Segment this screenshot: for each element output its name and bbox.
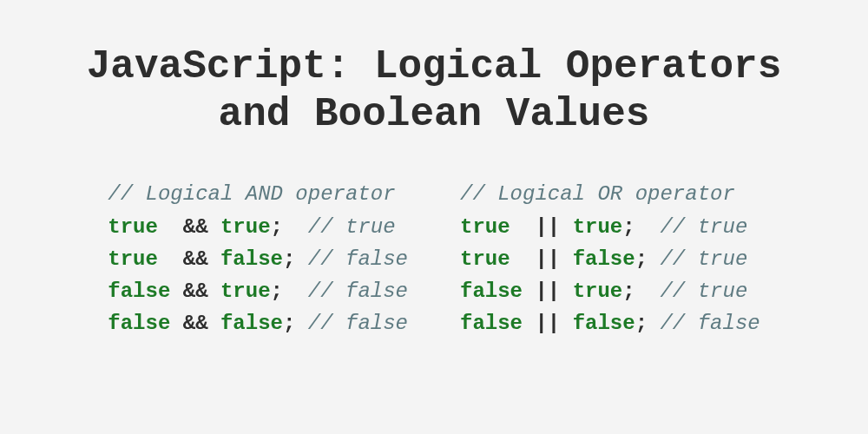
result-comment: // false <box>660 312 760 335</box>
result-comment: // true <box>660 215 747 239</box>
bool-literal: true <box>220 215 271 239</box>
bool-literal: false <box>460 312 523 335</box>
title-line-2: and Boolean Values <box>219 92 650 137</box>
or-operator: || <box>535 312 560 335</box>
bool-literal: true <box>573 215 623 239</box>
bool-literal: false <box>573 312 635 335</box>
bool-literal: false <box>220 247 283 271</box>
title-line-1: JavaScript: Logical Operators <box>87 44 782 89</box>
semicolon: ; <box>622 279 660 303</box>
and-operator: && <box>183 247 208 271</box>
semicolon: ; <box>283 312 308 335</box>
bool-literal: false <box>220 312 283 335</box>
semicolon: ; <box>271 279 308 303</box>
bool-literal: true <box>220 279 271 303</box>
or-operator: || <box>535 215 560 239</box>
or-operator: || <box>535 247 560 271</box>
code-block-or: // Logical OR operator true || true; // … <box>460 178 760 339</box>
bool-literal: false <box>108 312 170 335</box>
or-header-comment: // Logical OR operator <box>460 182 735 206</box>
semicolon: ; <box>635 312 661 335</box>
and-operator: && <box>183 215 208 239</box>
bool-literal: false <box>573 247 635 271</box>
and-operator: && <box>183 312 208 335</box>
result-comment: // true <box>308 215 396 239</box>
result-comment: // true <box>660 279 747 303</box>
code-block-and: // Logical AND operator true && true; //… <box>108 178 408 339</box>
semicolon: ; <box>271 215 308 239</box>
semicolon: ; <box>283 247 308 271</box>
semicolon: ; <box>622 215 660 239</box>
and-operator: && <box>183 279 208 303</box>
result-comment: // true <box>660 247 747 271</box>
or-operator: || <box>535 279 560 303</box>
bool-literal: true <box>460 247 523 271</box>
result-comment: // false <box>308 312 408 335</box>
and-header-comment: // Logical AND operator <box>108 182 395 206</box>
bool-literal: false <box>460 279 523 303</box>
bool-literal: true <box>108 247 170 271</box>
bool-literal: true <box>460 215 523 239</box>
code-columns: // Logical AND operator true && true; //… <box>0 178 868 339</box>
bool-literal: false <box>108 279 170 303</box>
bool-literal: true <box>573 279 623 303</box>
bool-literal: true <box>108 215 170 239</box>
semicolon: ; <box>635 247 661 271</box>
page-title: JavaScript: Logical Operators and Boolea… <box>0 0 868 139</box>
result-comment: // false <box>308 279 408 303</box>
result-comment: // false <box>308 247 408 271</box>
